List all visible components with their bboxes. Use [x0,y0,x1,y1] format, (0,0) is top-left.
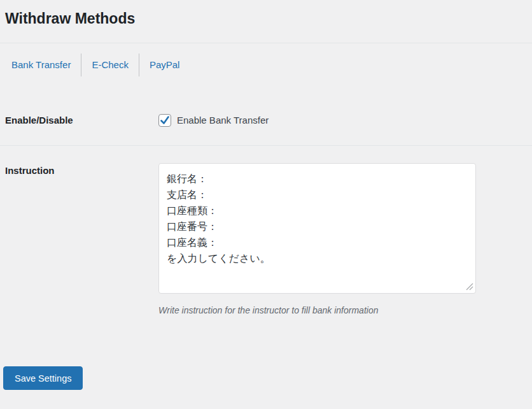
enable-disable-field: Enable Bank Transfer [158,114,532,127]
checkmark-icon [160,115,170,126]
save-settings-button[interactable]: Save Settings [3,366,83,390]
withdraw-method-tabs: Bank Transfer E-Check PayPal [1,54,532,76]
instruction-textarea[interactable]: 銀行名： 支店名： 口座種類： 口座番号： 口座名義： を入力してください。 [158,163,476,294]
tab-e-check[interactable]: E-Check [81,54,139,76]
header-divider [0,43,532,43]
instruction-label: Instruction [0,163,158,315]
enable-bank-transfer-label[interactable]: Enable Bank Transfer [177,114,269,127]
page-title: Withdraw Methods [0,0,532,28]
instruction-row: Instruction 銀行名： 支店名： 口座種類： 口座番号： 口座名義： … [0,146,532,315]
withdraw-methods-page: Withdraw Methods Bank Transfer E-Check P… [0,0,532,409]
instruction-textarea-wrap: 銀行名： 支店名： 口座種類： 口座番号： 口座名義： を入力してください。 [158,163,476,294]
enable-disable-row: Enable/Disable Enable Bank Transfer [0,114,532,146]
enable-disable-label: Enable/Disable [0,114,158,127]
tab-paypal[interactable]: PayPal [139,54,190,76]
enable-bank-transfer-checkbox[interactable] [158,114,171,127]
tab-bank-transfer[interactable]: Bank Transfer [1,54,81,76]
instruction-field: 銀行名： 支店名： 口座種類： 口座番号： 口座名義： を入力してください。 W… [158,163,532,315]
instruction-helper-text: Write instruction for the instructor to … [158,305,532,315]
enable-bank-transfer-control[interactable]: Enable Bank Transfer [158,114,532,127]
